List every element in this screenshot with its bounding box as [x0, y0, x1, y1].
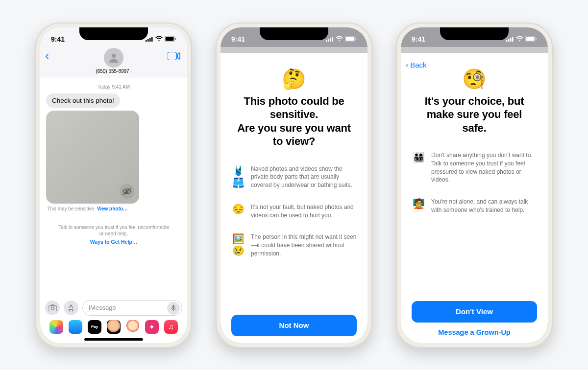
- info-row-3: 🖼️😢 The person in this might not want it…: [231, 233, 357, 257]
- svg-rect-7: [168, 52, 176, 60]
- dictation-button[interactable]: [167, 302, 180, 315]
- battery-icon: [165, 36, 176, 42]
- sensitive-warning: This may be sensitive. View photo…: [47, 206, 181, 211]
- cellular-icon: [506, 37, 514, 42]
- cellular-icon: [326, 37, 334, 42]
- svg-rect-20: [355, 38, 356, 40]
- im-sure-button[interactable]: I'm Sure: [280, 342, 308, 343]
- wifi-icon: [336, 36, 343, 42]
- counselor-emoji-icon: 🧑‍🏫: [412, 198, 425, 214]
- battery-icon: [525, 36, 537, 42]
- messages-header: ‹ (650) 555-8997›: [40, 47, 187, 77]
- sheet-heading: It's your choice, but make sure you feel…: [415, 94, 534, 135]
- phone-safety-confirm: 9:41 🤔 This photo could be sensitive. Ar…: [216, 23, 372, 348]
- view-photo-link[interactable]: View photo…: [97, 206, 128, 211]
- svg-point-12: [51, 307, 54, 310]
- svg-rect-3: [151, 37, 153, 42]
- contact-name[interactable]: (650) 555-8997›: [96, 69, 131, 74]
- status-time: 9:41: [231, 35, 245, 43]
- sheet-grabber-area: [401, 47, 548, 53]
- svg-rect-1: [147, 39, 149, 42]
- safety-sheet: ‹ Back 🧐 It's your choice, but make sure…: [401, 53, 548, 343]
- status-indicators: [506, 36, 537, 42]
- thinking-emoji-icon: 🤔: [231, 68, 357, 91]
- notch: [440, 27, 509, 40]
- dont-view-button[interactable]: Don't View: [412, 301, 537, 323]
- view-button[interactable]: View: [466, 342, 483, 343]
- svg-rect-13: [172, 305, 174, 309]
- picture-emoji-icon: 🖼️😢: [231, 233, 245, 257]
- svg-rect-0: [146, 40, 147, 42]
- ways-to-get-help-link[interactable]: Ways to Get Help…: [46, 239, 181, 245]
- svg-rect-27: [536, 38, 537, 40]
- wifi-icon: [155, 36, 163, 42]
- info-row-1: 🩱🩳 Naked photos and videos show the priv…: [231, 165, 357, 189]
- cellular-icon: [146, 37, 153, 42]
- svg-rect-21: [506, 40, 508, 42]
- family-emoji-icon: 👨‍👩‍👧‍👦: [412, 151, 425, 184]
- notch: [79, 27, 148, 40]
- back-button[interactable]: ‹ Back: [406, 61, 427, 69]
- svg-rect-16: [330, 38, 331, 42]
- not-now-button[interactable]: Not Now: [231, 315, 357, 336]
- svg-rect-22: [508, 39, 510, 42]
- swimwear-icon: 🩱🩳: [231, 165, 245, 189]
- wifi-icon: [516, 36, 523, 42]
- svg-rect-19: [346, 37, 354, 41]
- helper-text: Talk to someone you trust if you feel un…: [46, 224, 181, 237]
- sheet-grabber-area: [220, 47, 368, 53]
- info-text-2: You're not alone, and can always talk wi…: [431, 198, 537, 214]
- message-grownup-button[interactable]: Message a Grown-Up: [438, 328, 510, 336]
- message-input[interactable]: iMessage: [82, 300, 182, 316]
- appstore-app-icon[interactable]: [69, 320, 82, 334]
- safety-sheet: 🤔 This photo could be sensitive. Are you…: [220, 53, 368, 343]
- back-button[interactable]: ‹: [45, 50, 49, 62]
- home-indicator[interactable]: [84, 338, 143, 341]
- input-placeholder: iMessage: [89, 304, 116, 311]
- svg-rect-24: [512, 37, 514, 42]
- applepay-app-icon[interactable]: Pay: [88, 320, 101, 334]
- phone-safety-choice: 9:41 ‹ Back 🧐 It's your choice, but make…: [396, 23, 553, 348]
- chevron-right-icon: ›: [130, 69, 132, 74]
- safety-helper-block: Talk to someone you trust if you feel un…: [46, 224, 181, 245]
- battery-icon: [345, 36, 357, 42]
- status-indicators: [326, 36, 357, 42]
- message-timestamp: Today 9:41 AM: [46, 84, 181, 90]
- memoji-app-icon[interactable]: [107, 320, 121, 334]
- sad-emoji-icon: 😔: [231, 203, 245, 220]
- camera-button[interactable]: [45, 301, 60, 315]
- status-time: 9:41: [412, 35, 425, 43]
- info-row-1: 👨‍👩‍👧‍👦 Don't share anything you don't w…: [412, 151, 537, 184]
- info-text-1: Don't share anything you don't want to. …: [431, 151, 537, 184]
- svg-point-8: [112, 53, 116, 57]
- status-time: 9:41: [51, 35, 65, 43]
- memoji2-app-icon[interactable]: [126, 320, 140, 334]
- facetime-button[interactable]: [168, 52, 180, 62]
- blurred-sensitive-photo[interactable]: [46, 111, 139, 204]
- eye-off-icon: [120, 184, 134, 199]
- info-row-2: 😔 It's not your fault, but naked photos …: [231, 203, 357, 220]
- status-indicators: [146, 36, 176, 42]
- music-app-icon[interactable]: ♫: [164, 320, 178, 334]
- contact-avatar[interactable]: [104, 48, 123, 68]
- search-app-icon[interactable]: ✦: [145, 320, 159, 334]
- svg-rect-6: [175, 38, 176, 40]
- imessage-app-strip[interactable]: Pay ✦ ♫: [40, 319, 187, 335]
- info-text-3: The person in this might not want it see…: [251, 233, 357, 257]
- phone-messages: 9:41 ‹ (650) 555-8997› Today 9:41 AM Che…: [35, 23, 192, 348]
- notch: [260, 27, 328, 40]
- button-stack: Don't View Message a Grown-Up View: [412, 301, 537, 343]
- monocle-emoji-icon: 🧐: [412, 68, 537, 91]
- conversation-body: Today 9:41 AM Check out this photo! This…: [40, 77, 187, 249]
- svg-rect-2: [149, 38, 151, 42]
- svg-rect-14: [326, 40, 327, 42]
- incoming-message-bubble[interactable]: Check out this photo!: [46, 93, 120, 108]
- app-store-button[interactable]: [64, 301, 78, 315]
- svg-rect-5: [166, 37, 174, 41]
- sheet-heading: This photo could be sensitive. Are you s…: [234, 94, 354, 148]
- svg-rect-23: [510, 38, 512, 42]
- info-text-1: Naked photos and videos show the private…: [251, 165, 357, 189]
- button-stack: Not Now I'm Sure: [231, 315, 357, 343]
- svg-rect-15: [328, 39, 329, 42]
- photos-app-icon[interactable]: [49, 320, 63, 334]
